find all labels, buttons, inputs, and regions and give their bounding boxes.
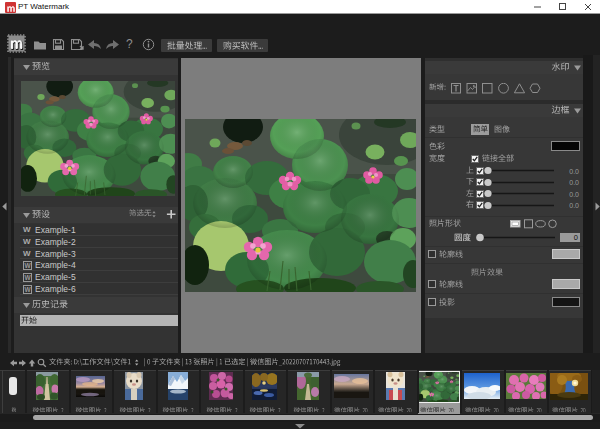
svg-text:W: W (24, 286, 31, 293)
svg-text:W: W (24, 262, 31, 269)
svg-text:W: W (24, 274, 31, 281)
